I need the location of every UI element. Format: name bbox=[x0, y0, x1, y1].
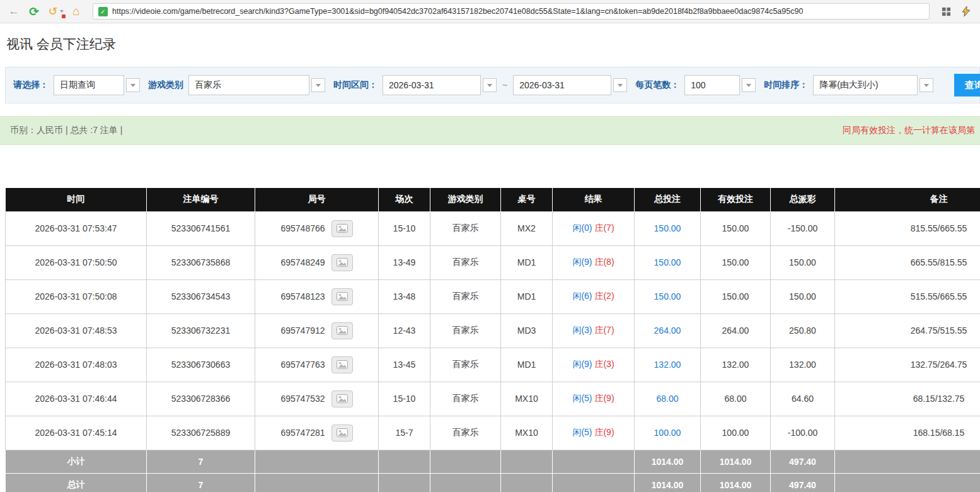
total-bet-link[interactable]: 100.00 bbox=[654, 428, 681, 438]
result-banker: 庄(9) bbox=[594, 427, 614, 437]
subtotal-cell-10 bbox=[835, 450, 980, 473]
total-bet-link[interactable]: 150.00 bbox=[654, 223, 681, 233]
round-number: 695747281 bbox=[280, 428, 325, 438]
total-bet-link[interactable]: 68.00 bbox=[656, 394, 678, 404]
cell-result: 闲(0) 庄(7) bbox=[553, 211, 635, 245]
cell-total-bet: 100.00 bbox=[635, 416, 701, 450]
date-from-select[interactable]: 2026-03-31 bbox=[383, 75, 497, 95]
undo-icon[interactable]: ↺ bbox=[47, 4, 59, 19]
cell-valid-bet: 100.00 bbox=[701, 416, 771, 450]
cell-payout: 250.80 bbox=[771, 313, 835, 348]
query-type-select[interactable]: 日期查询 bbox=[54, 75, 140, 95]
cell-time: 2026-03-31 07:48:53 bbox=[6, 313, 147, 348]
grand-total-row: 总计71014.001014.00497.40 bbox=[6, 473, 980, 492]
total-bet-link[interactable]: 150.00 bbox=[654, 257, 681, 267]
url-text[interactable]: https://videoie.com/game/betrecord_searc… bbox=[112, 7, 803, 16]
cell-game-type: 百家乐 bbox=[430, 279, 501, 313]
time-range-group: 时间区间： 2026-03-31 ~ 2026-03-31 bbox=[333, 75, 627, 95]
home-icon[interactable]: ⌂ bbox=[69, 4, 84, 19]
subtotal-cell-3 bbox=[379, 450, 430, 473]
browser-toolbar: ← ⟳ ↺ ⌂ ✓ https://videoie.com/game/betre… bbox=[0, 0, 980, 23]
subtotal-row: 小计71014.001014.00497.40 bbox=[6, 450, 980, 473]
grand-total-cell-5 bbox=[501, 473, 553, 492]
replay-button[interactable] bbox=[331, 322, 353, 339]
total-bet-link[interactable]: 264.00 bbox=[654, 325, 681, 336]
cell-total-bet: 150.00 bbox=[635, 245, 701, 279]
cell-payout: 150.00 bbox=[771, 279, 835, 313]
result-player: 闲(0) bbox=[572, 223, 592, 233]
date-from-value[interactable]: 2026-03-31 bbox=[383, 75, 481, 95]
date-to-value[interactable]: 2026-03-31 bbox=[513, 75, 611, 95]
apps-grid-icon[interactable] bbox=[938, 4, 954, 19]
cell-total-bet: 264.00 bbox=[635, 313, 701, 348]
cell-round: 695747912 bbox=[255, 313, 379, 348]
chevron-down-icon[interactable] bbox=[742, 78, 756, 92]
page-size-select[interactable]: 100 bbox=[684, 75, 756, 95]
cell-table-no: MD1 bbox=[501, 348, 553, 382]
column-header-4: 游戏类别 bbox=[430, 188, 501, 211]
page-title: 视讯 会员下注纪录 bbox=[6, 35, 980, 53]
chevron-down-icon[interactable] bbox=[126, 78, 140, 92]
cell-result: 闲(3) 庄(7) bbox=[553, 313, 635, 348]
table-body: 2026-03-31 07:53:47523306741561695748766… bbox=[6, 211, 980, 492]
undo-dropdown-icon[interactable] bbox=[60, 10, 64, 13]
cell-total-bet: 150.00 bbox=[635, 211, 701, 245]
cell-result: 闲(5) 庄(9) bbox=[553, 416, 635, 450]
cell-remark: 168.15/68.15 bbox=[835, 416, 980, 450]
back-icon[interactable]: ← bbox=[6, 4, 21, 19]
cell-time: 2026-03-31 07:48:03 bbox=[6, 348, 147, 382]
grand-total-cell-4 bbox=[430, 473, 501, 492]
column-header-2: 局号 bbox=[255, 188, 379, 211]
page-size-value[interactable]: 100 bbox=[684, 75, 740, 95]
subtotal-cell-2 bbox=[255, 450, 379, 473]
query-type-value[interactable]: 日期查询 bbox=[54, 75, 124, 95]
replay-button[interactable] bbox=[331, 288, 353, 305]
cell-remark: 68.15/132.75 bbox=[835, 382, 980, 416]
subtotal-cell-0: 小计 bbox=[6, 450, 147, 473]
bet-record-row: 2026-03-31 07:48:03523306730663695747763… bbox=[6, 348, 980, 382]
total-bet-link[interactable]: 150.00 bbox=[654, 291, 681, 302]
grand-total-cell-6 bbox=[553, 473, 635, 492]
replay-button[interactable] bbox=[331, 254, 353, 271]
range-separator: ~ bbox=[502, 80, 507, 90]
undo-group[interactable]: ↺ bbox=[47, 4, 64, 19]
summary-bar: 币别：人民币 | 总共 :7 注单 | 同局有效投注，统一计算在该局第 bbox=[0, 116, 980, 145]
cell-table-no: MX10 bbox=[501, 382, 553, 416]
chevron-down-icon[interactable] bbox=[919, 78, 933, 92]
sort-select[interactable]: 降幂(由大到小) bbox=[813, 75, 933, 95]
chevron-down-icon[interactable] bbox=[613, 78, 627, 92]
sort-value[interactable]: 降幂(由大到小) bbox=[813, 75, 918, 95]
result-banker: 庄(2) bbox=[594, 291, 614, 301]
cell-session: 13-45 bbox=[379, 348, 430, 382]
replay-button[interactable] bbox=[331, 220, 353, 237]
cell-remark: 515.55/665.55 bbox=[835, 279, 980, 313]
column-header-5: 桌号 bbox=[501, 188, 553, 211]
address-bar[interactable]: ✓ https://videoie.com/game/betrecord_sea… bbox=[93, 3, 930, 20]
refresh-icon[interactable]: ⟳ bbox=[26, 4, 42, 19]
date-to-select[interactable]: 2026-03-31 bbox=[513, 75, 627, 95]
cell-time: 2026-03-31 07:53:47 bbox=[6, 211, 147, 245]
result-player: 闲(9) bbox=[572, 359, 592, 369]
cell-table-no: MD1 bbox=[501, 245, 553, 279]
result-player: 闲(3) bbox=[572, 325, 592, 335]
total-bet-link[interactable]: 132.00 bbox=[654, 360, 681, 370]
result-banker: 庄(7) bbox=[594, 325, 614, 335]
replay-button[interactable] bbox=[331, 425, 353, 442]
chevron-down-icon[interactable] bbox=[311, 78, 325, 92]
cell-remark: 665.55/815.55 bbox=[835, 245, 980, 279]
search-button[interactable]: 查询 bbox=[954, 74, 980, 97]
grand-total-cell-8: 1014.00 bbox=[701, 473, 771, 492]
result-player: 闲(5) bbox=[572, 427, 592, 437]
replay-button[interactable] bbox=[331, 356, 353, 373]
game-type-select[interactable]: 百家乐 bbox=[188, 75, 325, 95]
result-player: 闲(5) bbox=[572, 393, 592, 403]
cell-result: 闲(5) 庄(9) bbox=[553, 382, 635, 416]
replay-button[interactable] bbox=[331, 390, 353, 407]
game-type-value[interactable]: 百家乐 bbox=[188, 75, 309, 95]
round-number: 695748766 bbox=[280, 223, 325, 233]
cell-bet-id: 523306730663 bbox=[147, 348, 255, 382]
subtotal-cell-8: 1014.00 bbox=[701, 450, 771, 473]
result-player: 闲(9) bbox=[572, 257, 592, 267]
lightning-icon[interactable] bbox=[959, 4, 974, 19]
chevron-down-icon[interactable] bbox=[483, 78, 497, 92]
